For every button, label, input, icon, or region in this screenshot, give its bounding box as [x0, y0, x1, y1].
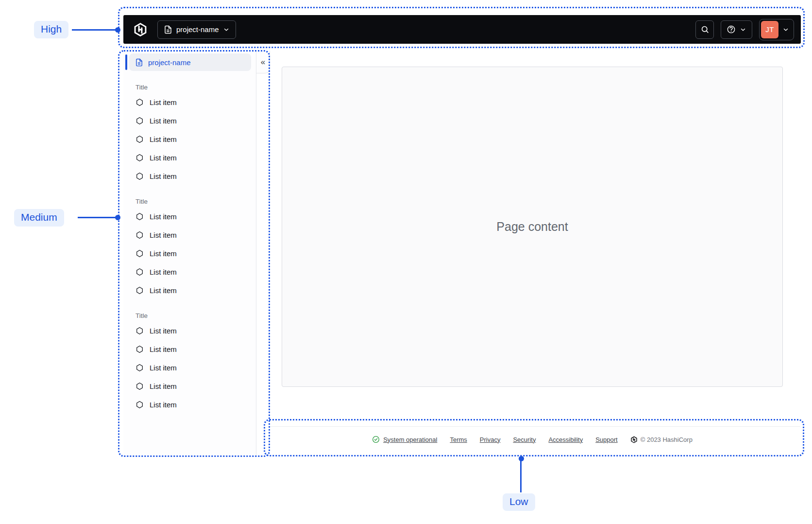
file-text-icon: [164, 25, 172, 34]
annotation-dot-high: [115, 27, 120, 33]
sidebar-item[interactable]: List item: [135, 111, 256, 130]
sidebar-section-2: Title List item List item List item List…: [123, 198, 256, 299]
sidebar-item[interactable]: List item: [135, 226, 256, 244]
sidebar-item-label: List item: [150, 135, 177, 143]
sidebar-item-label: List item: [150, 345, 177, 353]
hexagon-icon: [135, 154, 144, 162]
annotation-connector-low: [520, 461, 522, 492]
top-navbar: project-name JT: [123, 15, 801, 44]
annotation-dot-low: [519, 456, 524, 461]
hexagon-icon: [135, 135, 144, 143]
annotation-connector-medium: [78, 217, 116, 218]
sidebar-item[interactable]: List item: [135, 207, 256, 226]
hexagon-icon: [135, 117, 144, 125]
annotation-label-high: High: [34, 21, 68, 38]
sidebar-item-label: List item: [150, 401, 177, 409]
hexagon-icon: [135, 98, 144, 106]
sidebar-item[interactable]: List item: [135, 321, 256, 340]
avatar: JT: [761, 21, 778, 38]
check-circle-icon: [372, 436, 380, 443]
sidebar-section-1: Title List item List item List item List…: [123, 84, 256, 185]
hashicorp-logo-icon[interactable]: [133, 22, 148, 37]
hexagon-icon: [135, 286, 144, 295]
hexagon-icon: [135, 249, 144, 258]
search-icon: [700, 25, 710, 34]
hexagon-icon: [135, 364, 144, 372]
sidebar-section-title: Title: [135, 84, 256, 91]
footer-link-terms[interactable]: Terms: [450, 436, 467, 443]
sidebar-item[interactable]: List item: [135, 340, 256, 358]
sidebar-item-label: List item: [150, 117, 177, 125]
sidebar-item-label: List item: [150, 172, 177, 180]
sidebar-item[interactable]: List item: [135, 148, 256, 167]
annotation-label-medium: Medium: [14, 209, 64, 227]
footer-link-support[interactable]: Support: [595, 436, 618, 443]
help-menu-button[interactable]: [721, 20, 752, 39]
annotation-connector-high: [72, 29, 116, 31]
sidebar-item[interactable]: List item: [135, 358, 256, 377]
hexagon-icon: [135, 172, 144, 180]
footer-copyright: © 2023 HashiCorp: [630, 436, 693, 443]
annotation-label-low: Low: [503, 493, 535, 511]
annotation-dot-medium: [115, 215, 120, 220]
chevron-down-icon: [223, 26, 230, 33]
sidebar-item-label: List item: [150, 154, 177, 162]
chevron-down-icon: [782, 26, 789, 33]
copyright-text: © 2023 HashiCorp: [641, 436, 693, 443]
hexagon-icon: [135, 382, 144, 390]
sidebar-section-title: Title: [135, 312, 256, 319]
sidebar-item[interactable]: List item: [135, 167, 256, 185]
active-item-accent-bar: [125, 54, 127, 70]
footer-divider: [270, 426, 800, 427]
hexagon-icon: [135, 268, 144, 276]
sidebar-item-label: List item: [150, 286, 177, 295]
sidebar-item-label: List item: [150, 98, 177, 106]
sidebar: project-name Title List item List item L…: [123, 51, 256, 457]
sidebar-item-label: List item: [150, 249, 177, 258]
sidebar-item-label: List item: [150, 212, 177, 221]
sidebar-item[interactable]: List item: [135, 395, 256, 414]
sidebar-section-3: Title List item List item List item List…: [123, 312, 256, 414]
hexagon-icon: [135, 345, 144, 353]
sidebar-item-label: List item: [150, 364, 177, 372]
sidebar-item[interactable]: List item: [135, 377, 256, 395]
footer-link-accessibility[interactable]: Accessibility: [548, 436, 583, 443]
sidebar-item-project-name[interactable]: project-name: [129, 53, 251, 71]
status-label: System operational: [383, 436, 437, 443]
sidebar-active-label: project-name: [148, 58, 191, 67]
sidebar-item[interactable]: List item: [135, 93, 256, 111]
sidebar-collapse-flap: «: [256, 51, 270, 73]
user-menu-button[interactable]: JT: [759, 19, 794, 40]
footer-link-privacy[interactable]: Privacy: [480, 436, 501, 443]
footer-link-security[interactable]: Security: [513, 436, 536, 443]
hashicorp-logo-icon: [630, 436, 638, 443]
sidebar-item[interactable]: List item: [135, 130, 256, 148]
status-link[interactable]: System operational: [372, 436, 437, 443]
project-switcher-button[interactable]: project-name: [157, 20, 236, 39]
search-button[interactable]: [695, 20, 714, 39]
hexagon-icon: [135, 231, 144, 239]
hexagon-icon: [135, 212, 144, 221]
hexagon-icon: [135, 401, 144, 409]
sidebar-item[interactable]: List item: [135, 244, 256, 262]
sidebar-item[interactable]: List item: [135, 262, 256, 281]
hcp-app-frame-annotated: project-name JT: [0, 0, 812, 524]
file-text-icon: [135, 58, 143, 67]
sidebar-item-label: List item: [150, 231, 177, 239]
sidebar-item-label: List item: [150, 268, 177, 276]
sidebar-collapse-button[interactable]: «: [261, 58, 265, 66]
sidebar-section-title: Title: [135, 198, 256, 205]
main-content-panel: Page content: [282, 67, 783, 387]
sidebar-item-label: List item: [150, 382, 177, 390]
hexagon-icon: [135, 327, 144, 335]
project-switcher-label: project-name: [176, 25, 219, 34]
page-content-placeholder: Page content: [496, 220, 568, 234]
sidebar-item[interactable]: List item: [135, 281, 256, 299]
chevron-down-icon: [740, 26, 746, 33]
help-icon: [727, 25, 736, 34]
footer: System operational Terms Privacy Securit…: [282, 431, 783, 448]
sidebar-item-label: List item: [150, 327, 177, 335]
